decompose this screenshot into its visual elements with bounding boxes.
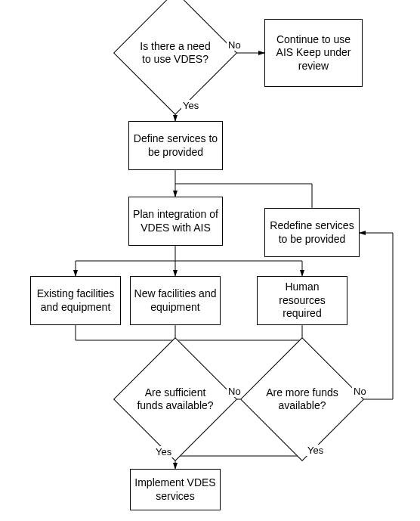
process-existing-facilities-label: Existing facilities and equipment xyxy=(34,287,117,314)
process-define-services-label: Define services to be provided xyxy=(132,132,219,159)
edge-label-d3-yes: Yes xyxy=(306,445,325,456)
process-new-facilities: New facilities and equipment xyxy=(130,276,221,325)
process-human-resources: Human resources required xyxy=(257,276,347,325)
process-define-services: Define services to be provided xyxy=(128,121,223,170)
edge-label-d3-no: No xyxy=(352,386,368,397)
process-implement-vdes: Implement VDES services xyxy=(130,469,221,510)
edge-label-d1-no: No xyxy=(227,39,242,51)
process-continue-ais-label: Continue to use AIS Keep under review xyxy=(268,33,359,73)
decision-sufficient-funds-label: Are sufficient funds available? xyxy=(131,355,219,443)
decision-sufficient-funds: Are sufficient funds available? xyxy=(131,355,219,443)
decision-more-funds-label: Are more funds available? xyxy=(258,355,346,443)
process-plan-integration-label: Plan integration of VDES with AIS xyxy=(132,208,219,234)
decision-need-vdes-label: Is there a need to use VDES? xyxy=(131,9,219,97)
process-continue-ais: Continue to use AIS Keep under review xyxy=(264,19,363,87)
decision-more-funds: Are more funds available? xyxy=(258,355,346,443)
decision-need-vdes: Is there a need to use VDES? xyxy=(131,9,219,97)
process-implement-vdes-label: Implement VDES services xyxy=(134,476,217,503)
process-plan-integration: Plan integration of VDES with AIS xyxy=(128,197,223,246)
edge-label-d2-no: No xyxy=(227,386,242,397)
process-redefine-services: Redefine services to be provided xyxy=(264,208,360,257)
process-new-facilities-label: New facilities and equipment xyxy=(134,287,217,314)
flowchart-canvas: Is there a need to use VDES? Continue to… xyxy=(0,0,420,521)
edge-label-d1-yes: Yes xyxy=(181,100,200,111)
edge-label-d2-yes: Yes xyxy=(154,446,173,457)
process-existing-facilities: Existing facilities and equipment xyxy=(30,276,121,325)
process-redefine-services-label: Redefine services to be provided xyxy=(268,219,356,246)
process-human-resources-label: Human resources required xyxy=(261,281,344,321)
